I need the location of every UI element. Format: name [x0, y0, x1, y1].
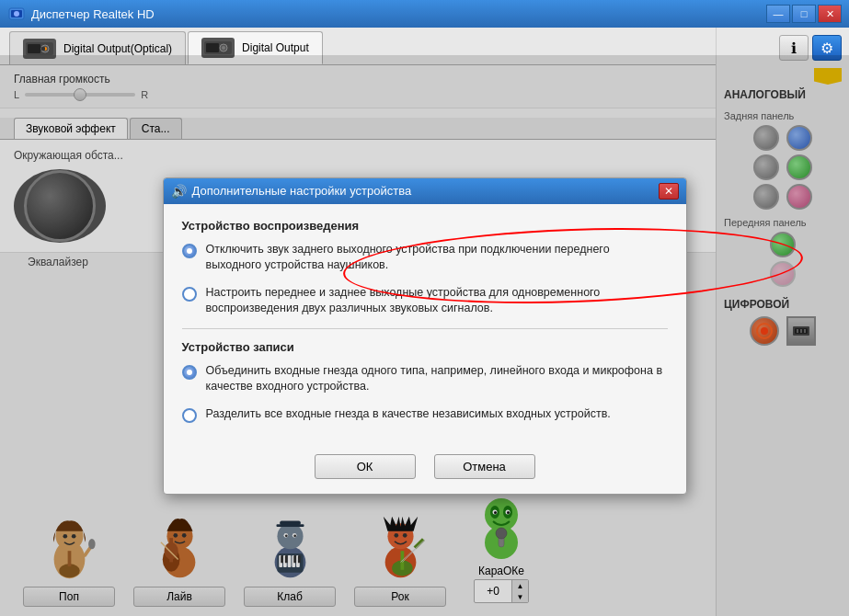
option-split-inputs[interactable]: Разделить все входные гнезда в качестве …: [182, 406, 668, 423]
cancel-button[interactable]: Отмена: [434, 454, 535, 479]
option-merge-inputs[interactable]: Объединить входные гнезда одного типа, н…: [182, 363, 668, 395]
dialog-overlay: 🔊 Дополнительные настройки устройства ✕ …: [0, 55, 849, 616]
svg-point-2: [14, 11, 19, 17]
option-mute-rear-text: Отключить звук заднего выходного устройс…: [206, 242, 668, 274]
radio-simultaneous[interactable]: [182, 287, 197, 302]
option-simultaneous-text: Настроить переднее и заднее выходные уст…: [206, 285, 668, 317]
svg-rect-7: [41, 47, 45, 51]
main-content: Digital Output(Optical) Digital Output Г…: [0, 28, 849, 616]
option-mute-rear[interactable]: Отключить звук заднего выходного устройс…: [182, 242, 668, 274]
radio-split-inputs[interactable]: [182, 408, 197, 423]
dialog-title-bar: 🔊 Дополнительные настройки устройства ✕: [164, 178, 686, 204]
close-button[interactable]: ✕: [818, 5, 842, 23]
dialog-sound-icon: 🔊: [171, 184, 187, 199]
app-title: Диспетчер Realtek HD: [31, 7, 766, 21]
dialog: 🔊 Дополнительные настройки устройства ✕ …: [163, 177, 687, 495]
tab-digital-optical-label: Digital Output(Optical): [63, 42, 172, 55]
svg-point-11: [222, 46, 225, 50]
maximize-button[interactable]: □: [792, 5, 816, 23]
radio-merge-inputs[interactable]: [182, 365, 197, 380]
svg-rect-9: [206, 43, 219, 52]
gear-icon: ⚙: [820, 40, 833, 57]
option-simultaneous[interactable]: Настроить переднее и заднее выходные уст…: [182, 285, 668, 317]
dialog-body: Устройство воспроизведения Отключить зву…: [164, 204, 686, 445]
title-bar: Диспетчер Realtek HD — □ ✕: [0, 0, 849, 28]
info-icon: ℹ: [791, 40, 797, 57]
dialog-close-button[interactable]: ✕: [659, 183, 679, 200]
dialog-footer: ОК Отмена: [164, 445, 686, 494]
app-icon: [7, 5, 26, 23]
recording-section-label: Устройство записи: [182, 340, 668, 354]
option-split-inputs-text: Разделить все входные гнезда в качестве …: [206, 406, 611, 423]
window-controls: — □ ✕: [766, 5, 842, 23]
svg-rect-4: [28, 44, 40, 53]
tab-digital-label: Digital Output: [242, 41, 309, 54]
option-merge-inputs-text: Объединить входные гнезда одного типа, н…: [206, 363, 668, 395]
radio-mute-rear[interactable]: [182, 244, 197, 258]
dialog-divider: [182, 328, 668, 329]
playback-section-label: Устройство воспроизведения: [182, 219, 668, 233]
dialog-title: Дополнительные настройки устройства: [192, 184, 659, 198]
ok-button[interactable]: ОК: [315, 454, 416, 479]
minimize-button[interactable]: —: [766, 5, 790, 23]
